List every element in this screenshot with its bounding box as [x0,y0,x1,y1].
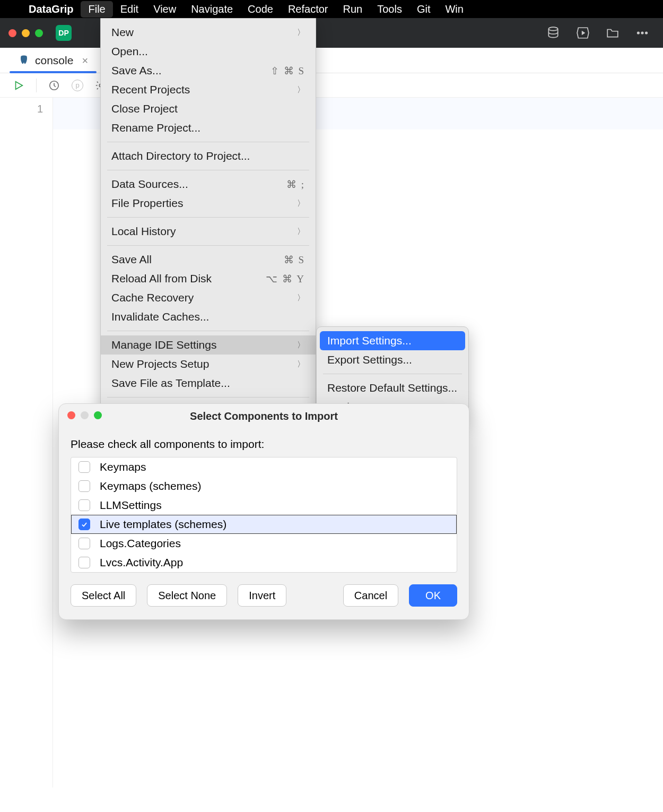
file-menu: New〉 Open... Save As...⇧ ⌘ S Recent Proj… [100,18,316,426]
svg-point-5 [645,32,647,33]
zoom-window-icon[interactable] [35,29,43,37]
list-item[interactable]: Logs.Categories [71,534,457,553]
select-none-button[interactable]: Select None [147,584,227,607]
checkbox[interactable] [78,499,90,511]
menu-save-as-template[interactable]: Save File as Template... [101,374,316,393]
dialog-zoom-icon[interactable] [94,411,102,419]
menu-separator [107,331,309,331]
chevron-right-icon: 〉 [297,293,305,303]
run-panel-icon[interactable] [576,26,590,40]
folder-icon[interactable] [606,26,620,40]
traffic-lights [8,29,43,37]
list-item[interactable]: Keymaps [71,457,457,477]
menubar-run[interactable]: Run [336,1,370,18]
close-window-icon[interactable] [8,29,16,37]
menu-separator [107,142,309,142]
shortcut-label: ⌘ S [284,254,305,266]
checkbox[interactable] [78,557,90,568]
menubar-navigate[interactable]: Navigate [184,1,240,18]
tab-close-icon[interactable]: × [82,55,88,67]
tab-console[interactable]: console × [10,49,97,73]
svg-marker-6 [16,81,23,89]
checkbox-checked[interactable] [78,519,90,530]
list-item-label: Live templates (schemes) [100,518,226,531]
minimize-window-icon[interactable] [22,29,30,37]
menubar-edit[interactable]: Edit [113,1,146,18]
submenu-import-settings[interactable]: Import Settings... [320,331,465,350]
ok-button[interactable]: OK [409,584,457,607]
app-badge: DP [56,25,72,41]
list-item[interactable]: Keymaps (schemes) [71,477,457,496]
menu-reload-from-disk[interactable]: Reload All from Disk⌥ ⌘ Y [101,269,316,288]
list-item[interactable]: LLMSettings [71,496,457,515]
list-item-selected[interactable]: Live templates (schemes) [71,515,457,534]
menubar-app[interactable]: DataGrip [21,1,81,18]
dialog-subtitle: Please check all components to import: [71,438,457,451]
menu-invalidate-caches[interactable]: Invalidate Caches... [101,307,316,326]
submenu-export-settings[interactable]: Export Settings... [317,350,468,369]
cancel-button[interactable]: Cancel [343,584,398,607]
menubar-tools[interactable]: Tools [370,1,409,18]
chevron-right-icon: 〉 [297,28,305,38]
menu-file-properties[interactable]: File Properties〉 [101,194,316,213]
menu-open[interactable]: Open... [101,42,316,61]
dialog-title: Select Components to Import [190,410,338,422]
menu-cache-recovery[interactable]: Cache Recovery〉 [101,288,316,307]
import-components-dialog: Select Components to Import Please check… [58,403,469,620]
editor-toolbar: p [0,73,663,98]
menubar-file[interactable]: File [81,1,112,18]
checkbox[interactable] [78,480,90,492]
more-icon[interactable] [635,26,649,40]
menu-save-all[interactable]: Save All⌘ S [101,250,316,269]
menubar-code[interactable]: Code [240,1,281,18]
list-item-label: Keymaps [100,461,146,473]
chevron-right-icon: 〉 [297,85,305,95]
svg-point-3 [638,32,639,33]
menu-local-history[interactable]: Local History〉 [101,222,316,241]
checkbox[interactable] [78,538,90,549]
tab-label: console [35,54,73,67]
menu-save-as[interactable]: Save As...⇧ ⌘ S [101,61,316,80]
list-item-label: Logs.Categories [100,537,181,550]
list-item[interactable]: Lvcs.Activity.App [71,553,457,572]
dialog-min-icon [81,411,89,419]
menu-recent-projects[interactable]: Recent Projects〉 [101,80,316,99]
dialog-close-icon[interactable] [67,411,75,419]
menu-separator [107,217,309,218]
menu-separator [107,397,309,398]
menubar-git[interactable]: Git [409,1,438,18]
menu-new-projects-setup[interactable]: New Projects Setup〉 [101,355,316,374]
components-list: Keymaps Keymaps (schemes) LLMSettings Li… [71,457,457,573]
menu-close-project[interactable]: Close Project [101,99,316,118]
menu-separator [107,245,309,246]
menu-separator [323,374,462,374]
menu-data-sources[interactable]: Data Sources...⌘ ; [101,175,316,194]
menubar-win[interactable]: Win [438,1,470,18]
menu-manage-ide-settings[interactable]: Manage IDE Settings〉 [101,335,316,355]
submenu-restore-defaults[interactable]: Restore Default Settings... [317,378,468,398]
menubar-view[interactable]: View [146,1,184,18]
chevron-right-icon: 〉 [297,359,305,369]
svg-point-4 [641,32,643,33]
shortcut-label: ⌘ ; [286,178,305,191]
select-all-button[interactable]: Select All [71,584,136,607]
tx-icon[interactable]: p [72,80,83,91]
history-icon[interactable] [48,80,60,91]
editor-tabbar: console × [0,48,663,73]
chevron-right-icon: 〉 [297,227,305,237]
menubar-refactor[interactable]: Refactor [281,1,336,18]
list-item-label: Keymaps (schemes) [100,480,201,493]
menu-rename-project[interactable]: Rename Project... [101,118,316,137]
invert-button[interactable]: Invert [238,584,286,607]
svg-marker-2 [582,31,586,36]
menu-attach-directory[interactable]: Attach Directory to Project... [101,146,316,166]
database-icon[interactable] [546,26,560,40]
window-titlebar: DP [0,18,663,48]
chevron-right-icon: 〉 [297,340,305,350]
menu-new[interactable]: New〉 [101,23,316,42]
shortcut-label: ⌥ ⌘ Y [266,273,305,285]
mac-menubar: DataGrip File Edit View Navigate Code Re… [0,0,663,18]
chevron-right-icon: 〉 [297,198,305,209]
run-icon[interactable] [13,80,24,91]
checkbox[interactable] [78,461,90,473]
